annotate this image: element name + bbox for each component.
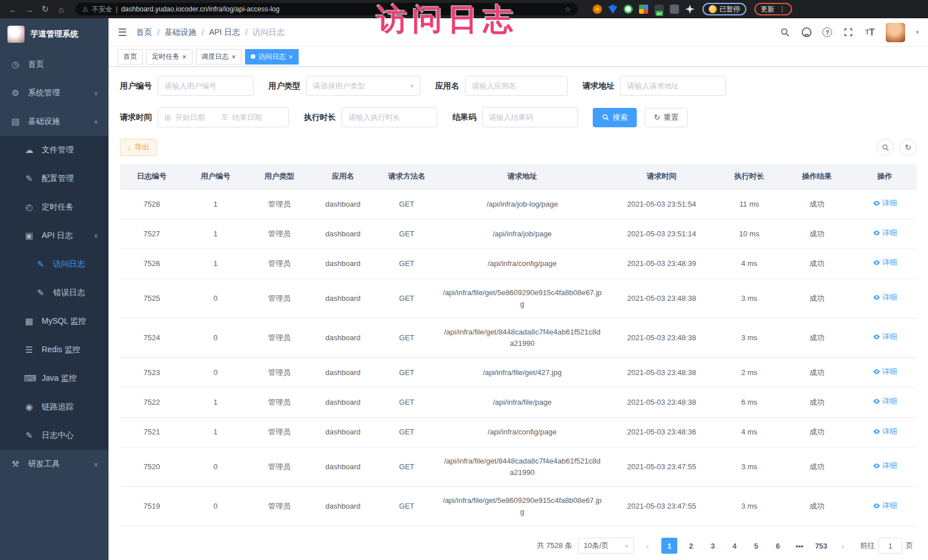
duration-input[interactable] [348, 113, 431, 122]
close-icon[interactable]: × [232, 53, 236, 61]
user-type-input[interactable] [313, 82, 406, 90]
sidebar-item-java-monitor[interactable]: ⌨ Java 监控 [0, 364, 109, 393]
sidebar-item-error-log[interactable]: ✎ 错误日志 [0, 279, 109, 307]
app-name-field[interactable] [465, 76, 568, 96]
start-date-input[interactable] [175, 113, 218, 122]
breadcrumb-home[interactable]: 首页 [136, 27, 152, 38]
page-button-last[interactable]: 753 [813, 538, 829, 554]
duration-field[interactable] [342, 107, 437, 127]
page-button-1[interactable]: 1 [661, 538, 677, 554]
breadcrumb-infrastructure[interactable]: 基础设施 [164, 27, 196, 38]
extension-icon[interactable] [670, 5, 679, 14]
browser-profile-button[interactable]: 已暂停 [702, 3, 746, 15]
search-icon[interactable] [779, 27, 790, 38]
detail-link[interactable]: 详细 [873, 396, 897, 407]
detail-link[interactable]: 详细 [873, 500, 897, 511]
reload-icon[interactable]: ↻ [38, 4, 53, 14]
sidebar-item-dev-tools[interactable]: ⚒ 研发工具 ∨ [0, 450, 109, 478]
page-button-3[interactable]: 3 [705, 538, 721, 554]
cell-duration: 3 ms [717, 487, 781, 526]
col-request-url: 请求地址 [439, 164, 606, 190]
cell-duration: 3 ms [717, 279, 781, 318]
result-code-field[interactable] [482, 107, 578, 127]
detail-link[interactable]: 详细 [873, 460, 897, 472]
sidebar-item-api-log[interactable]: ▣ API 日志 ∧ [0, 221, 109, 250]
forward-icon[interactable]: → [22, 5, 37, 14]
user-id-field[interactable] [158, 76, 254, 96]
hide-search-button[interactable] [877, 139, 894, 156]
avatar-caret-icon[interactable]: ▾ [915, 29, 919, 36]
detail-link[interactable]: 详细 [873, 198, 897, 209]
tab-home[interactable]: 首页 [118, 49, 143, 65]
reset-button[interactable]: ↻ 重置 [645, 108, 688, 127]
cell-user-id: 0 [184, 318, 248, 357]
sidebar-item-access-log[interactable]: ✎ 访问日志 [0, 250, 109, 279]
search-button[interactable]: 搜索 [593, 108, 637, 127]
extension-icon[interactable] [593, 5, 602, 14]
back-icon[interactable]: ← [6, 5, 21, 14]
help-icon[interactable]: ? [822, 27, 832, 37]
refresh-table-button[interactable]: ↻ [899, 139, 917, 156]
cell-duration: 10 ms [717, 219, 781, 249]
goto-page-input[interactable] [878, 538, 902, 554]
export-button[interactable]: ↓ 导出 [120, 139, 157, 156]
sidebar-item-file-management[interactable]: ☁ 文件管理 [0, 136, 109, 164]
detail-link[interactable]: 详细 [873, 331, 897, 343]
sidebar-item-log-center[interactable]: ✎ 日志中心 [0, 421, 109, 450]
browser-menu-icon[interactable]: ⋮ [779, 5, 786, 13]
tab-access-log[interactable]: 访问日志 × [245, 49, 299, 65]
user-type-select[interactable]: ▾ [306, 76, 420, 96]
request-url-input[interactable] [627, 82, 719, 90]
sidebar-logo[interactable]: 芋道管理系统 [0, 18, 109, 50]
fullscreen-icon[interactable] [842, 27, 854, 38]
user-avatar[interactable] [886, 23, 905, 42]
page-button-6[interactable]: 6 [770, 538, 786, 554]
cell-user-type: 管理员 [247, 417, 311, 447]
page-button-2[interactable]: 2 [683, 538, 699, 554]
java-icon: ⌨ [24, 373, 34, 384]
next-page-button[interactable]: › [835, 538, 851, 554]
sidebar-item-system-management[interactable]: ⚙ 系统管理 ∨ [0, 79, 109, 107]
bookmark-star-icon[interactable]: ☆ [564, 5, 571, 14]
github-icon[interactable] [801, 27, 812, 38]
sidebar-item-trace[interactable]: ◉ 链路追踪 [0, 393, 109, 421]
result-code-input[interactable] [489, 113, 571, 122]
page-size-select[interactable]: 10条/页 ▾ [578, 538, 634, 554]
detail-link[interactable]: 详细 [873, 292, 897, 303]
sidebar-item-redis-monitor[interactable]: ☰ Redis 监控 [0, 336, 109, 364]
sidebar-item-infrastructure[interactable]: ▤ 基础设施 ∧ [0, 107, 109, 136]
extension-icon[interactable]: an [654, 5, 664, 14]
page-button-5[interactable]: 5 [748, 538, 764, 554]
address-bar[interactable]: ⚠ 不安全 | dashboard.yudao.iocoder.cn/infra… [75, 3, 578, 15]
font-size-icon[interactable]: TT [864, 27, 875, 38]
app-name-input[interactable] [472, 82, 561, 90]
detail-link[interactable]: 详细 [873, 257, 897, 268]
app-title: 芋道管理系统 [30, 29, 78, 39]
close-icon[interactable]: × [182, 53, 187, 61]
page-button-4[interactable]: 4 [726, 538, 742, 554]
detail-link[interactable]: 详细 [873, 227, 897, 239]
detail-link[interactable]: 详细 [873, 426, 897, 437]
detail-link[interactable]: 详细 [873, 366, 897, 377]
page-ellipsis[interactable]: ••• [792, 538, 808, 554]
prev-page-button[interactable]: ‹ [640, 538, 656, 554]
user-id-input[interactable] [164, 82, 247, 90]
sidebar-item-scheduled-tasks[interactable]: ◴ 定时任务 [0, 193, 109, 221]
extension-icon[interactable] [608, 5, 617, 14]
extension-icon[interactable] [685, 5, 694, 14]
tab-scheduled-tasks[interactable]: 定时任务 × [146, 49, 192, 65]
breadcrumb-api-log[interactable]: API 日志 [209, 27, 240, 38]
close-icon[interactable]: × [288, 53, 293, 61]
sidebar-item-mysql-monitor[interactable]: ▦ MySQL 监控 [0, 307, 109, 336]
extension-icon[interactable] [639, 5, 648, 14]
request-time-range-picker[interactable]: ⊞ 至 [158, 107, 289, 127]
sidebar-item-config-management[interactable]: ✎ 配置管理 [0, 164, 109, 193]
sidebar-item-home[interactable]: ◷ 首页 [0, 50, 109, 79]
end-date-input[interactable] [232, 113, 275, 122]
hamburger-icon[interactable]: ☰ [118, 26, 127, 39]
tab-dispatch-log[interactable]: 调度日志 × [196, 49, 242, 65]
extension-icon[interactable] [624, 5, 633, 14]
home-icon[interactable]: ⌂ [54, 5, 69, 14]
browser-update-button[interactable]: 更新 ⋮ [754, 3, 792, 15]
request-url-field[interactable] [620, 76, 726, 96]
